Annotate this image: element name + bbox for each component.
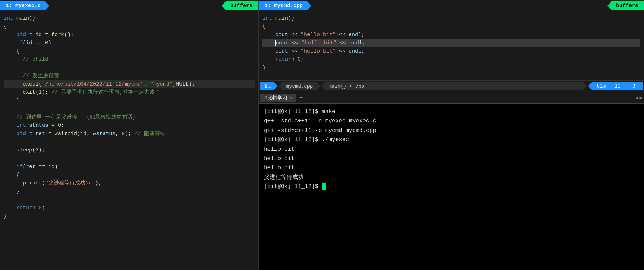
- code-line: {: [4, 171, 255, 179]
- code-line: [4, 138, 255, 146]
- code-line: printf("父进程等待成功\n");: [4, 179, 255, 187]
- terminal-line: hello bit: [264, 163, 639, 172]
- code-line: execl("/home/bit/104/2022/11_12/mycmd", …: [4, 80, 255, 88]
- right-pane: 1: mycmd.cpp buffers int main(){ cout <<…: [259, 0, 644, 270]
- code-line: cout << "hello bit" << endl;: [262, 39, 640, 47]
- left-editor-pane: 1: myexec.c buffers int main(){ pid_t id…: [0, 0, 259, 270]
- code-line: pid_t ret = waitpid(id, &status, 0); // …: [4, 130, 255, 138]
- code-line: return 0;: [262, 55, 640, 64]
- terminal-line: g++ -std=c++11 -o mycmd mycmd.cpp: [264, 126, 639, 135]
- terminal-scroll-right[interactable]: ▶: [640, 95, 643, 101]
- right-buffers-button[interactable]: buffers: [607, 1, 644, 10]
- right-code-area: int main(){ cout << "hello bit" << endl;…: [259, 11, 644, 80]
- code-line: int main(): [262, 14, 640, 22]
- code-line: int main(): [4, 14, 255, 22]
- code-line: }: [4, 212, 255, 220]
- code-line: // 到这里 一定是父进程 (如果替换成功的话): [4, 113, 255, 121]
- terminal-line: hello bit: [264, 145, 639, 154]
- terminal-line: g++ -std=c++11 -o myexec myexec.c: [264, 116, 639, 126]
- code-line: {: [4, 47, 255, 55]
- code-line: pid_t id = fork();: [4, 31, 255, 39]
- code-line: // 发生进程替: [4, 72, 255, 80]
- terminal-cursor: [322, 183, 326, 190]
- code-line: if(id == 0): [4, 39, 255, 47]
- right-editor-pane: 1: mycmd.cpp buffers int main(){ cout <<…: [259, 0, 644, 92]
- code-line: sleep(3);: [4, 146, 255, 154]
- code-line: [4, 196, 255, 204]
- code-line: [4, 105, 255, 113]
- terminal-content: [bit@Qkj 11_12]$ makeg++ -std=c++11 -o m…: [259, 104, 644, 270]
- left-code-area: int main(){ pid_t id = fork(); if(id == …: [0, 11, 258, 270]
- code-line: // child: [4, 55, 255, 64]
- code-line: }: [4, 187, 255, 195]
- terminal-tab-label: 1比特学习: [265, 95, 287, 101]
- code-line: {: [4, 22, 255, 31]
- terminal-tab-bar: 1比特学习 ✕ + ◀ ▶: [259, 92, 644, 104]
- code-line: if(ret == id): [4, 163, 255, 171]
- terminal-add-button[interactable]: +: [298, 94, 305, 101]
- code-line: return 0;: [4, 204, 255, 212]
- terminal-line: hello bit: [264, 154, 639, 163]
- terminal-section: 1比特学习 ✕ + ◀ ▶ [bit@Qkj 11_12]$ makeg++ -…: [259, 92, 644, 270]
- code-line: int status = 0;: [4, 121, 255, 130]
- terminal-scroll-left[interactable]: ◀: [635, 95, 638, 101]
- terminal-line: 父进程等待成功: [264, 173, 639, 182]
- terminal-line: [bit@Qkj 11_12]$ ./myexec: [264, 135, 639, 144]
- code-line: cout << "hello bit" << endl;: [262, 31, 640, 39]
- left-buffers-button[interactable]: buffers: [222, 1, 258, 10]
- status-bar: N… mycmd.cpp main() < cpp 81% 13: 3: [259, 80, 644, 92]
- code-line: }: [262, 64, 640, 72]
- left-tab-bar: 1: myexec.c buffers: [0, 0, 258, 11]
- code-line: [4, 64, 255, 72]
- right-tab-bar: 1: mycmd.cpp buffers: [259, 0, 644, 11]
- code-line: exit(1); // 只要子进程执行这个语句,替换一定失败了: [4, 88, 255, 97]
- status-function: main() < cpp: [321, 82, 587, 90]
- code-line: cout << "hello bit" << endl;: [262, 47, 640, 55]
- code-line: {: [262, 22, 640, 31]
- right-tab-label[interactable]: 1: mycmd.cpp: [259, 1, 311, 10]
- terminal-tab[interactable]: 1比特学习 ✕: [260, 94, 296, 102]
- status-filename: mycmd.cpp: [279, 82, 320, 90]
- terminal-line: [bit@Qkj 11_12]$: [264, 182, 639, 191]
- vim-mode-indicator: N…: [260, 82, 278, 90]
- terminal-line: [bit@Qkj 11_12]$ make: [264, 107, 639, 116]
- code-line: }: [4, 97, 255, 105]
- status-position: 81% 13: 3: [588, 82, 643, 90]
- terminal-tab-close[interactable]: ✕: [289, 95, 292, 100]
- terminal-scroll-buttons: ◀ ▶: [635, 95, 643, 101]
- left-tab-label[interactable]: 1: myexec.c: [0, 1, 49, 10]
- code-line: [4, 154, 255, 162]
